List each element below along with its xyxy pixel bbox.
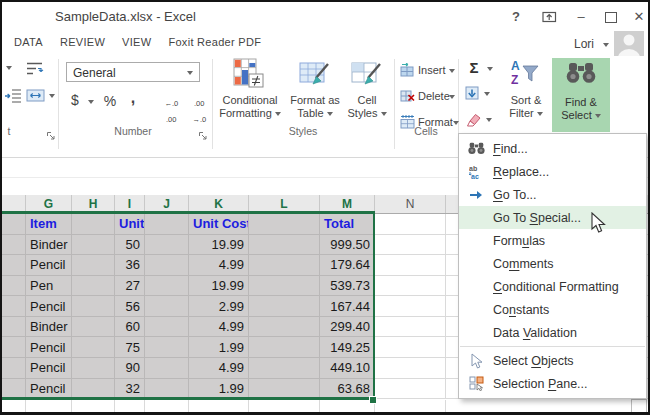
number-format-dropdown[interactable]: General <box>66 62 200 82</box>
tab-data[interactable]: DATA <box>14 36 43 48</box>
chevron-down-icon[interactable] <box>487 67 493 71</box>
cell[interactable] <box>446 400 650 413</box>
cell[interactable] <box>72 379 115 400</box>
cell[interactable] <box>72 235 115 256</box>
cell[interactable]: Pencil <box>26 255 72 276</box>
cell[interactable] <box>145 235 189 256</box>
cell[interactable] <box>2 255 26 276</box>
sort-filter-button[interactable]: Sort & Filter <box>502 94 550 120</box>
cell[interactable] <box>2 235 26 256</box>
maximize-icon[interactable] <box>602 11 620 26</box>
cell[interactable] <box>375 400 446 413</box>
cell[interactable]: 19.99 <box>189 276 249 297</box>
cell[interactable] <box>249 317 320 338</box>
cell[interactable]: 36 <box>115 255 145 276</box>
cell[interactable] <box>145 337 189 358</box>
cell[interactable] <box>249 255 320 276</box>
cell[interactable]: 167.44 <box>320 296 375 317</box>
cell[interactable] <box>375 296 446 317</box>
cell[interactable]: Pen <box>26 276 72 297</box>
cell[interactable] <box>26 400 72 413</box>
cell[interactable] <box>145 317 189 338</box>
cell[interactable]: 179.64 <box>320 255 375 276</box>
cell[interactable]: Unit Cost <box>189 214 249 235</box>
cell[interactable] <box>375 358 446 379</box>
cell[interactable] <box>115 400 145 413</box>
cell[interactable]: 63.68 <box>320 379 375 400</box>
cell[interactable] <box>2 400 26 413</box>
cell[interactable] <box>375 255 446 276</box>
chevron-down-icon[interactable] <box>449 95 455 99</box>
cell[interactable] <box>2 276 26 297</box>
cell[interactable] <box>249 214 320 235</box>
cell[interactable] <box>2 379 26 400</box>
insert-button[interactable]: Insert <box>418 64 446 76</box>
cell[interactable] <box>249 235 320 256</box>
comma-style-button[interactable]: , <box>126 89 140 107</box>
cell[interactable] <box>2 358 26 379</box>
cell[interactable]: 999.50 <box>320 235 375 256</box>
cell[interactable] <box>249 400 320 413</box>
cell[interactable]: 1.99 <box>189 379 249 400</box>
help-icon[interactable]: ? <box>507 9 525 24</box>
cell[interactable] <box>375 317 446 338</box>
cell[interactable] <box>375 379 446 400</box>
menu-item-find[interactable]: Find... <box>459 137 646 160</box>
cell[interactable] <box>2 296 26 317</box>
chevron-down-icon[interactable] <box>484 92 490 96</box>
merge-center-icon[interactable] <box>26 88 45 107</box>
cell[interactable]: Units <box>115 214 145 235</box>
cell[interactable]: 4.99 <box>189 358 249 379</box>
cell[interactable]: 32 <box>115 379 145 400</box>
cell[interactable]: Pencil <box>26 358 72 379</box>
delete-button[interactable]: Delete <box>418 90 450 102</box>
cell[interactable] <box>72 317 115 338</box>
cell[interactable] <box>145 214 189 235</box>
cell[interactable] <box>145 400 189 413</box>
cell[interactable]: 4.99 <box>189 255 249 276</box>
cell[interactable]: 19.99 <box>189 235 249 256</box>
cell[interactable]: 50 <box>115 235 145 256</box>
user-account[interactable]: Lori <box>574 37 609 51</box>
find-select-button[interactable]: Find & Select <box>552 58 610 132</box>
menu-item-comments[interactable]: Comments <box>459 252 646 275</box>
cell[interactable]: Total <box>320 214 375 235</box>
cell[interactable] <box>249 379 320 400</box>
ribbon-display-options-icon[interactable] <box>540 10 558 26</box>
cell[interactable]: Binder <box>26 317 72 338</box>
chevron-down-icon[interactable] <box>486 118 492 122</box>
cell[interactable]: 2.99 <box>189 296 249 317</box>
format-as-table-button[interactable]: Format as Table <box>286 94 344 120</box>
cell[interactable] <box>2 337 26 358</box>
cell[interactable] <box>72 255 115 276</box>
tab-foxit-reader-pdf[interactable]: Foxit Reader PDF <box>168 36 261 48</box>
cell[interactable] <box>145 296 189 317</box>
cell[interactable] <box>145 276 189 297</box>
cell[interactable] <box>249 296 320 317</box>
menu-item-data-validation[interactable]: Data Validation <box>459 321 646 344</box>
cell[interactable] <box>72 296 115 317</box>
chevron-down-icon[interactable] <box>49 94 55 98</box>
cell[interactable] <box>375 235 446 256</box>
chevron-down-icon[interactable] <box>88 100 94 104</box>
cell[interactable]: 60 <box>115 317 145 338</box>
cell[interactable] <box>249 276 320 297</box>
close-icon[interactable]: ✕ <box>630 9 648 24</box>
cell-styles-button[interactable]: Cell Styles <box>344 94 390 120</box>
cell[interactable] <box>2 317 26 338</box>
cell[interactable] <box>145 379 189 400</box>
dialog-launcher-icon[interactable] <box>198 127 208 145</box>
avatar[interactable] <box>614 31 644 56</box>
cell[interactable]: Pencil <box>26 379 72 400</box>
selection-fill-handle[interactable] <box>369 396 377 404</box>
dialog-launcher-icon[interactable] <box>46 127 56 145</box>
currency-format-button[interactable]: $ <box>66 92 84 108</box>
fill-icon[interactable] <box>465 86 479 104</box>
wrap-text-icon[interactable] <box>26 61 44 80</box>
cell[interactable]: Pencil <box>26 337 72 358</box>
cell[interactable] <box>375 214 446 235</box>
cell[interactable]: 449.10 <box>320 358 375 379</box>
cell[interactable] <box>249 337 320 358</box>
cell[interactable]: 539.73 <box>320 276 375 297</box>
cell[interactable]: 27 <box>115 276 145 297</box>
